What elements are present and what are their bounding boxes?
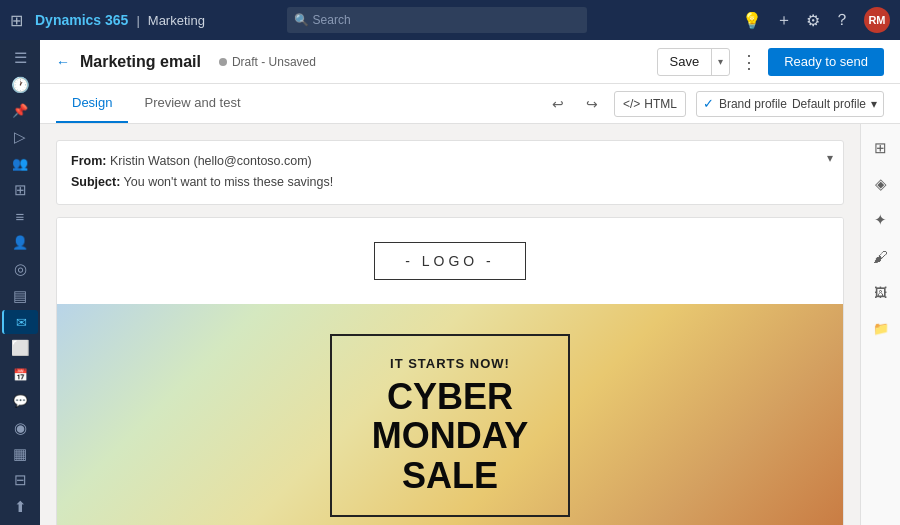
search-icon: 🔍: [294, 13, 309, 27]
right-panel-sparkle[interactable]: ✦: [865, 204, 897, 236]
settings-icon[interactable]: ⚙: [806, 11, 820, 30]
sidebar-segments[interactable]: ⊞: [2, 178, 38, 202]
brand-profile-label: Brand profile: [719, 97, 787, 111]
sidebar-person[interactable]: 👤: [2, 231, 38, 255]
email-meta: From: Kristin Watson (hello@contoso.com)…: [56, 140, 844, 205]
search-input[interactable]: [287, 7, 587, 33]
hero-section[interactable]: IT STARTS NOW! CYBER MONDAY SALE: [57, 304, 843, 526]
sidebar-analytics[interactable]: ◉: [2, 415, 38, 439]
right-panel-assets[interactable]: 📁: [865, 312, 897, 344]
html-label: HTML: [644, 97, 677, 111]
sidebar-email[interactable]: ✉: [2, 310, 38, 334]
editor-wrapper: From: Kristin Watson (hello@contoso.com)…: [40, 124, 900, 525]
hero-title-line1: CYBER: [387, 376, 513, 417]
avatar[interactable]: RM: [864, 7, 890, 33]
header-actions: Save ▾ ⋮ Ready to send: [657, 48, 884, 76]
tabs-right: ↩ ↪ </> HTML ✓ Brand profile Default pro…: [546, 84, 884, 123]
from-label: From:: [71, 154, 106, 168]
email-body: - LOGO - IT STARTS NOW! CYBER MONDAY SAL…: [56, 217, 844, 526]
meta-expand-button[interactable]: ▾: [827, 151, 833, 165]
tabs-left: Design Preview and test: [56, 84, 257, 123]
sidebar-globe[interactable]: ◎: [2, 257, 38, 281]
sidebar-play[interactable]: ▷: [2, 125, 38, 149]
content-area: ← Marketing email Draft - Unsaved Save ▾…: [40, 40, 900, 525]
main-layout: ☰ 🕐 📌 ▷ 👥 ⊞ ≡ 👤 ◎ ▤ ✉ ⬜ 📅 💬 ◉ ▦ ⊟ ⬆ ← Ma…: [0, 40, 900, 525]
right-panel: ⊞ ◈ ✦ 🖌 🖼 📁: [860, 124, 900, 525]
hero-title-line3: SALE: [402, 455, 498, 496]
tabs-bar: Design Preview and test ↩ ↪ </> HTML ✓ B…: [40, 84, 900, 124]
save-dropdown-arrow[interactable]: ▾: [712, 49, 729, 75]
brand-app: Marketing: [148, 13, 205, 28]
right-panel-elements[interactable]: ◈: [865, 168, 897, 200]
sidebar-hamburger[interactable]: ☰: [2, 46, 38, 70]
more-options-button[interactable]: ⋮: [736, 51, 762, 73]
logo-placeholder: - LOGO -: [374, 242, 526, 280]
subject-value: You won't want to miss these savings!: [124, 175, 334, 189]
sidebar-contacts[interactable]: 👥: [2, 152, 38, 176]
tab-design[interactable]: Design: [56, 84, 128, 123]
undo-button[interactable]: ↩: [546, 92, 570, 116]
back-button[interactable]: ←: [56, 54, 70, 70]
plus-icon[interactable]: ＋: [776, 10, 792, 31]
search-container: 🔍: [287, 7, 587, 33]
hero-title: CYBER MONDAY SALE: [372, 377, 529, 496]
sidebar-lists[interactable]: ≡: [2, 204, 38, 228]
html-code-icon: </>: [623, 97, 640, 111]
sidebar-recent[interactable]: 🕐: [2, 72, 38, 96]
tab-preview[interactable]: Preview and test: [128, 84, 256, 123]
sidebar-pin[interactable]: 📌: [2, 99, 38, 123]
topbar: ⊞ Dynamics 365 | Marketing 🔍 💡 ＋ ⚙ ？ RM: [0, 0, 900, 40]
brand-logo: Dynamics 365: [35, 12, 128, 28]
page-title: Marketing email: [80, 53, 201, 71]
sidebar-pages[interactable]: ▤: [2, 284, 38, 308]
sidebar-forms[interactable]: ⬜: [2, 336, 38, 360]
sidebar: ☰ 🕐 📌 ▷ 👥 ⊞ ≡ 👤 ◎ ▤ ✉ ⬜ 📅 💬 ◉ ▦ ⊟ ⬆: [0, 40, 40, 525]
brand-profile-value: Default profile: [792, 97, 866, 111]
save-button[interactable]: Save ▾: [657, 48, 731, 76]
bulb-icon[interactable]: 💡: [742, 11, 762, 30]
page-header: ← Marketing email Draft - Unsaved Save ▾…: [40, 40, 900, 84]
draft-status-text: Draft - Unsaved: [232, 55, 316, 69]
right-panel-styles[interactable]: 🖌: [865, 240, 897, 272]
sidebar-events[interactable]: ⊟: [2, 468, 38, 492]
brand-profile-chevron: ▾: [871, 97, 877, 111]
grid-icon[interactable]: ⊞: [10, 11, 23, 30]
email-canvas[interactable]: From: Kristin Watson (hello@contoso.com)…: [40, 124, 860, 525]
from-value: Kristin Watson (hello@contoso.com): [110, 154, 312, 168]
hero-inner: IT STARTS NOW! CYBER MONDAY SALE: [330, 334, 571, 518]
brand-profile-icon: ✓: [703, 96, 714, 111]
topbar-actions: 💡 ＋ ⚙ ？ RM: [742, 7, 890, 33]
logo-section[interactable]: - LOGO -: [57, 218, 843, 304]
draft-dot: [219, 58, 227, 66]
ready-to-send-button[interactable]: Ready to send: [768, 48, 884, 76]
right-panel-images[interactable]: 🖼: [865, 276, 897, 308]
hero-subtitle: IT STARTS NOW!: [372, 356, 529, 371]
hero-title-line2: MONDAY: [372, 415, 529, 456]
brand-divider: |: [136, 13, 139, 28]
draft-badge: Draft - Unsaved: [219, 55, 316, 69]
sidebar-library[interactable]: ▦: [2, 442, 38, 466]
save-label: Save: [658, 49, 713, 75]
sidebar-calendar[interactable]: 📅: [2, 363, 38, 387]
brand-profile-selector[interactable]: ✓ Brand profile Default profile ▾: [696, 91, 884, 117]
brand: Dynamics 365 | Marketing: [35, 12, 205, 28]
sidebar-upload[interactable]: ⬆: [2, 495, 38, 519]
html-button[interactable]: </> HTML: [614, 91, 686, 117]
sidebar-chat[interactable]: 💬: [2, 389, 38, 413]
right-panel-layout[interactable]: ⊞: [865, 132, 897, 164]
redo-button[interactable]: ↪: [580, 92, 604, 116]
help-icon[interactable]: ？: [834, 10, 850, 31]
subject-label: Subject:: [71, 175, 120, 189]
